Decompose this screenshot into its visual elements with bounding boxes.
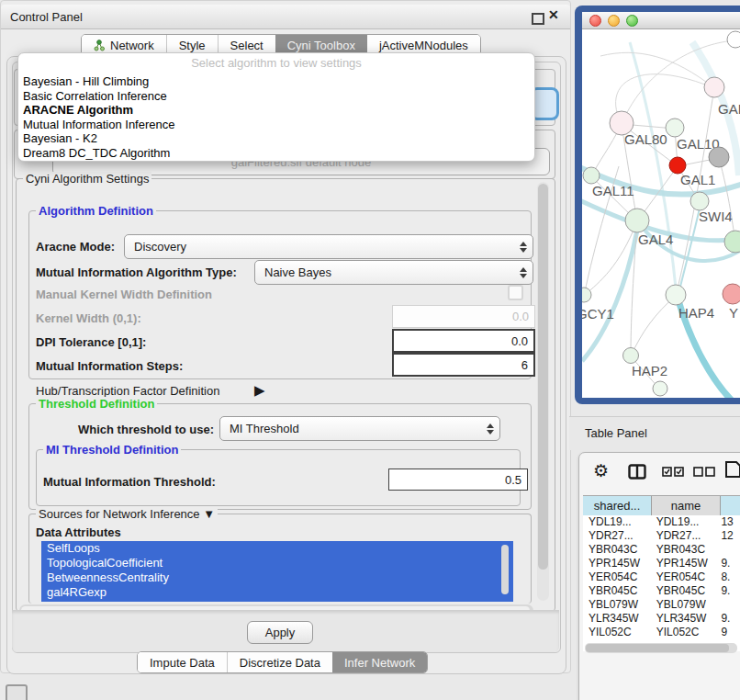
table-cell[interactable]: YLR345W — [651, 612, 719, 626]
table-cell[interactable] — [718, 598, 740, 612]
table-row[interactable]: YBR045CYBR045C9. — [583, 584, 740, 598]
collapse-arrow-icon[interactable]: ▼ — [203, 507, 215, 521]
gear-icon[interactable]: ⚙ — [593, 460, 609, 481]
network-node[interactable] — [704, 77, 724, 97]
table-cell[interactable]: 13 — [718, 515, 740, 529]
network-node-label: GCY1 — [582, 306, 614, 322]
table-cell[interactable]: 9. — [718, 584, 740, 598]
network-canvas[interactable]: GALGAL80GAL10GAL1GAL11SWI4GAL4GCY1HAP4YH… — [582, 28, 740, 398]
table-cell[interactable]: YBR043C — [651, 543, 719, 557]
network-node[interactable] — [709, 147, 729, 167]
tab-label: Select — [230, 39, 263, 52]
attr-list-scrollbar-thumb[interactable] — [501, 545, 509, 594]
algorithm-option[interactable]: Basic Correlation Inference — [18, 89, 534, 104]
algorithm-option[interactable]: Mutual Information Inference — [18, 118, 534, 132]
algorithm-option[interactable]: Dream8 DC_TDC Algorithm — [18, 146, 534, 161]
table-cell[interactable]: YDL19... — [651, 515, 719, 529]
select-all-checkboxes-icon[interactable] — [662, 467, 686, 477]
manual-kernel-width-checkbox[interactable] — [508, 285, 523, 300]
float-window-icon[interactable] — [532, 13, 544, 25]
table-hscrollbar-thumb[interactable] — [586, 644, 729, 652]
table-cell[interactable]: YBR043C — [583, 543, 651, 557]
table-cell[interactable]: 8. — [718, 570, 740, 584]
apply-button[interactable]: Apply — [247, 621, 313, 644]
table-cell[interactable]: YBL079W — [651, 598, 719, 612]
export-table-icon[interactable] — [724, 460, 740, 479]
table-row[interactable]: YBL079WYBL079W — [583, 598, 740, 612]
network-node[interactable] — [666, 119, 684, 137]
network-node[interactable] — [724, 231, 740, 253]
table-cell[interactable]: YBR045C — [651, 584, 719, 598]
table-cell[interactable]: YDL19... — [583, 515, 651, 529]
minimized-panel-icon[interactable] — [6, 684, 28, 700]
table-row[interactable]: YER054CYER054C8. — [583, 570, 740, 584]
table-cell[interactable]: YPR145W — [583, 557, 651, 570]
table-cell[interactable]: YER054C — [651, 570, 719, 584]
column-header-name[interactable]: name — [652, 496, 721, 515]
table-row[interactable]: YPR145WYPR145W9. — [583, 557, 740, 570]
data-attribute-item[interactable]: TopologicalCoefficient — [41, 556, 513, 570]
table-cell[interactable]: YER054C — [583, 570, 651, 584]
table-row[interactable]: YBR043CYBR043C — [583, 543, 740, 557]
which-threshold-select[interactable]: MI Threshold — [219, 416, 500, 441]
kernel-width-field[interactable]: 0.0 — [392, 305, 535, 328]
algorithm-option[interactable]: Bayesian - K2 — [18, 131, 534, 146]
table-row[interactable]: YDL19...YDL19...13 — [583, 515, 740, 529]
data-attribute-item[interactable]: BetweennessCentrality — [41, 570, 513, 585]
table-hscrollbar-track[interactable] — [585, 643, 737, 653]
table-cell[interactable]: YBL079W — [583, 598, 651, 612]
table-cell[interactable]: YIL052C — [651, 626, 719, 639]
screen: Control Panel ✕ Network Style Select Cyn… — [0, 0, 740, 700]
network-node[interactable] — [666, 285, 686, 305]
table-cell[interactable]: YIL052C — [583, 626, 651, 639]
tab-discretize-data[interactable]: Discretize Data — [227, 652, 332, 672]
table-cell[interactable]: YPR145W — [651, 557, 719, 570]
network-node[interactable] — [583, 167, 600, 184]
table-cell[interactable] — [718, 543, 740, 557]
table-cell[interactable]: 9. — [718, 612, 740, 626]
algorithm-option[interactable]: ARACNE Algorithm — [18, 103, 534, 118]
minimize-traffic-light-icon[interactable] — [608, 15, 620, 27]
data-attribute-item[interactable]: SelfLoops — [41, 541, 513, 556]
network-node[interactable] — [623, 348, 639, 364]
table-cell[interactable]: 9. — [718, 557, 740, 570]
network-node-label: GAL11 — [592, 183, 634, 198]
mi-threshold-field[interactable]: 0.5 — [388, 469, 528, 491]
table-row[interactable]: YLR345WYLR345W9. — [583, 612, 740, 626]
table-cell[interactable]: YBR045C — [583, 584, 651, 598]
dpi-tolerance-field[interactable]: 0.0 — [392, 329, 535, 353]
settings-vscrollbar-thumb[interactable] — [538, 184, 548, 570]
table-cell[interactable]: 12 — [718, 529, 740, 543]
algorithm-definition-legend: Algorithm Definition — [36, 204, 156, 218]
table-row[interactable]: YDR27...YDR27...12 — [583, 529, 740, 543]
network-node[interactable] — [625, 209, 649, 232]
network-node[interactable] — [690, 192, 709, 210]
column-header-shared-name[interactable]: shared... — [583, 496, 652, 515]
network-node[interactable] — [727, 31, 740, 48]
table-cell[interactable]: YDR27... — [651, 529, 719, 543]
zoom-traffic-light-icon[interactable] — [626, 15, 638, 27]
tab-impute-data[interactable]: Impute Data — [138, 652, 227, 672]
expand-arrow-icon[interactable]: ▶ — [254, 382, 265, 399]
close-traffic-light-icon[interactable] — [589, 15, 601, 27]
columns-icon[interactable] — [628, 464, 646, 480]
tab-infer-network[interactable]: Infer Network — [332, 652, 427, 672]
column-header-extra[interactable] — [721, 496, 740, 515]
network-node[interactable] — [723, 284, 740, 304]
close-icon[interactable]: ✕ — [548, 7, 559, 22]
dpi-tolerance-value: 0.0 — [511, 334, 528, 348]
mi-steps-field[interactable]: 6 — [392, 353, 535, 377]
data-attributes-list[interactable]: SelfLoopsTopologicalCoefficientBetweenne… — [41, 541, 513, 602]
network-node[interactable] — [582, 288, 591, 302]
table-cell[interactable]: YDR27... — [583, 529, 651, 543]
mi-threshold-label: Mutual Information Threshold: — [43, 475, 216, 489]
data-attribute-item[interactable]: gal4RGexp — [41, 585, 513, 600]
deselect-all-checkboxes-icon[interactable] — [693, 467, 717, 477]
network-node[interactable] — [653, 381, 667, 396]
aracne-mode-select[interactable]: Discovery — [124, 234, 533, 259]
table-cell[interactable]: 9 — [718, 626, 740, 639]
algorithm-option[interactable]: Bayesian - Hill Climbing — [18, 74, 534, 89]
mi-algorithm-type-select[interactable]: Naive Bayes — [254, 260, 533, 285]
table-cell[interactable]: YLR345W — [583, 612, 651, 626]
table-row[interactable]: YIL052CYIL052C9 — [583, 626, 740, 639]
